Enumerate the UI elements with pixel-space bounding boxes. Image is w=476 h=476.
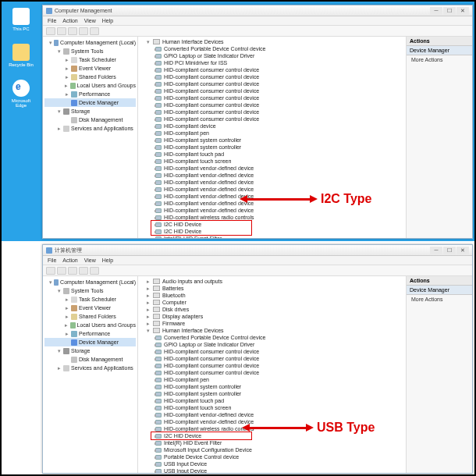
- device-item[interactable]: HID-compliant vendor-defined device: [140, 207, 404, 214]
- device-category[interactable]: ▸Computer: [140, 299, 404, 306]
- device-item[interactable]: HID-compliant vendor-defined device: [140, 200, 404, 207]
- toolbar-forward-icon[interactable]: [57, 267, 66, 275]
- maximize-button[interactable]: ☐: [443, 247, 456, 254]
- nav-services[interactable]: ▸Services and Applications: [44, 124, 136, 133]
- device-item[interactable]: HID PCI Minidriver for ISS: [140, 59, 404, 66]
- device-item[interactable]: HID-compliant consumer control device: [140, 80, 404, 87]
- nav-event-viewer[interactable]: ▸Event Viewer: [44, 64, 136, 73]
- device-item[interactable]: HID-compliant consumer control device: [140, 355, 404, 362]
- device-item[interactable]: HID-compliant vendor-defined device: [140, 411, 404, 418]
- nav-task-scheduler[interactable]: ▸Task Scheduler: [44, 295, 136, 304]
- nav-performance[interactable]: ▸Performance: [44, 329, 136, 338]
- device-item[interactable]: HID-compliant consumer control device: [140, 115, 404, 123]
- actions-more[interactable]: More Actions: [407, 55, 472, 64]
- device-category[interactable]: ▸Batteries: [140, 285, 404, 292]
- device-item[interactable]: HID-compliant wireless radio controls: [140, 425, 404, 432]
- device-list-pane[interactable]: ▸Audio inputs and outputs▸Batteries▸Blue…: [138, 276, 406, 473]
- menu-action[interactable]: Action: [62, 258, 77, 263]
- device-category[interactable]: ▸Bluetooth: [140, 292, 404, 299]
- device-item[interactable]: Intel(R) HID Event Filter: [140, 439, 404, 446]
- device-item[interactable]: HID-compliant wireless radio controls: [140, 214, 404, 221]
- device-item[interactable]: Intel(R) HID Event Filter: [140, 235, 404, 238]
- close-button[interactable]: ✕: [456, 247, 469, 254]
- nav-storage[interactable]: ▾Storage: [44, 107, 136, 115]
- device-item[interactable]: USB Input Device: [140, 467, 404, 473]
- device-item[interactable]: HID-compliant consumer control device: [140, 101, 404, 108]
- nav-device-manager[interactable]: Device Manager: [44, 338, 136, 346]
- toolbar-forward-icon[interactable]: [57, 27, 66, 35]
- nav-local-users[interactable]: ▸Local Users and Groups: [44, 321, 136, 329]
- device-category[interactable]: ▾Human Interface Devices: [140, 327, 404, 334]
- toolbar-refresh-icon[interactable]: [68, 267, 77, 275]
- device-item[interactable]: HID-compliant system controller: [140, 137, 404, 144]
- toolbar-properties-icon[interactable]: [79, 267, 88, 275]
- device-list-pane[interactable]: ▾Human Interface Devices Converted Porta…: [138, 37, 406, 238]
- menu-view[interactable]: View: [84, 258, 96, 263]
- titlebar[interactable]: 计算机管理 ─ ☐ ✕: [43, 245, 472, 256]
- device-item[interactable]: Converted Portable Device Control device: [140, 334, 404, 341]
- minimize-button[interactable]: ─: [430, 247, 442, 254]
- device-item[interactable]: HID-compliant vendor-defined device: [140, 418, 404, 425]
- device-item[interactable]: I2C HID Device: [140, 228, 404, 235]
- maximize-button[interactable]: ☐: [443, 7, 456, 15]
- toolbar-properties-icon[interactable]: [79, 27, 88, 35]
- desktop-icon-edge[interactable]: eMicrosoft Edge: [8, 80, 34, 108]
- device-item[interactable]: HID-compliant pen: [140, 130, 404, 137]
- nav-services[interactable]: ▸Services and Applications: [44, 364, 136, 372]
- device-item[interactable]: HID-compliant consumer control device: [140, 369, 404, 376]
- device-item[interactable]: HID-compliant consumer control device: [140, 66, 404, 73]
- menu-view[interactable]: View: [84, 18, 96, 23]
- device-item[interactable]: HID-compliant vendor-defined device: [140, 172, 404, 179]
- device-item[interactable]: HID-compliant consumer control device: [140, 94, 404, 101]
- device-category[interactable]: ▸Disk drives: [140, 306, 404, 313]
- device-item[interactable]: GPIO Laptop or Slate Indicator Driver: [140, 341, 404, 348]
- nav-event-viewer[interactable]: ▸Event Viewer: [44, 304, 136, 312]
- device-item[interactable]: HID-compliant vendor-defined device: [140, 193, 404, 200]
- device-item[interactable]: HID-compliant consumer control device: [140, 108, 404, 115]
- menu-help[interactable]: Help: [102, 258, 113, 263]
- device-item[interactable]: HID-compliant system controller: [140, 383, 404, 390]
- nav-shared-folders[interactable]: ▸Shared Folders: [44, 312, 136, 321]
- menu-file[interactable]: File: [48, 258, 56, 263]
- device-item[interactable]: HID-compliant consumer control device: [140, 348, 404, 355]
- device-item[interactable]: USB Input Device: [140, 460, 404, 467]
- nav-system-tools[interactable]: ▾System Tools: [44, 47, 136, 55]
- device-category-hid[interactable]: ▾Human Interface Devices: [140, 38, 404, 45]
- nav-root[interactable]: ▾Computer Management (Local): [44, 278, 136, 286]
- device-category[interactable]: ▸Display adapters: [140, 313, 404, 320]
- toolbar-back-icon[interactable]: [46, 27, 55, 35]
- nav-task-scheduler[interactable]: ▸Task Scheduler: [44, 55, 136, 64]
- nav-disk-mgmt[interactable]: Disk Management: [44, 115, 136, 124]
- nav-shared-folders[interactable]: ▸Shared Folders: [44, 73, 136, 81]
- nav-disk-mgmt[interactable]: Disk Management: [44, 355, 136, 364]
- device-category[interactable]: ▸Firmware: [140, 320, 404, 327]
- device-item[interactable]: HID-compliant consumer control device: [140, 362, 404, 369]
- device-item[interactable]: Portable Device Control device: [140, 453, 404, 460]
- menu-file[interactable]: File: [48, 18, 56, 23]
- desktop-icon-this-pc[interactable]: This PC: [8, 8, 34, 31]
- nav-tree[interactable]: ▾Computer Management (Local) ▾System Too…: [43, 37, 138, 238]
- nav-tree[interactable]: ▾Computer Management (Local) ▾System Too…: [43, 276, 138, 473]
- nav-system-tools[interactable]: ▾System Tools: [44, 286, 136, 295]
- device-item[interactable]: HID-compliant system controller: [140, 144, 404, 151]
- device-item[interactable]: HID-compliant vendor-defined device: [140, 179, 404, 186]
- device-item[interactable]: I2C HID Device: [140, 221, 404, 228]
- toolbar-help-icon[interactable]: [90, 267, 99, 275]
- nav-device-manager[interactable]: Device Manager: [44, 98, 136, 107]
- device-item[interactable]: HID-compliant touch pad: [140, 151, 404, 158]
- device-item[interactable]: HID-compliant vendor-defined device: [140, 165, 404, 172]
- device-item[interactable]: HID-compliant consumer control device: [140, 73, 404, 80]
- close-button[interactable]: ✕: [456, 7, 469, 15]
- nav-performance[interactable]: ▸Performance: [44, 90, 136, 98]
- device-item[interactable]: HID-compliant touch screen: [140, 158, 404, 165]
- nav-root[interactable]: ▾Computer Management (Local): [44, 38, 136, 47]
- device-item[interactable]: HID-compliant pen: [140, 376, 404, 383]
- nav-storage[interactable]: ▾Storage: [44, 346, 136, 355]
- menu-action[interactable]: Action: [62, 18, 77, 23]
- toolbar-back-icon[interactable]: [46, 267, 55, 275]
- toolbar-refresh-icon[interactable]: [68, 27, 77, 35]
- toolbar-help-icon[interactable]: [90, 27, 99, 35]
- device-item[interactable]: I2C HID Device: [140, 432, 404, 439]
- actions-more[interactable]: More Actions: [407, 295, 472, 304]
- device-item[interactable]: HID-compliant vendor-defined device: [140, 186, 404, 193]
